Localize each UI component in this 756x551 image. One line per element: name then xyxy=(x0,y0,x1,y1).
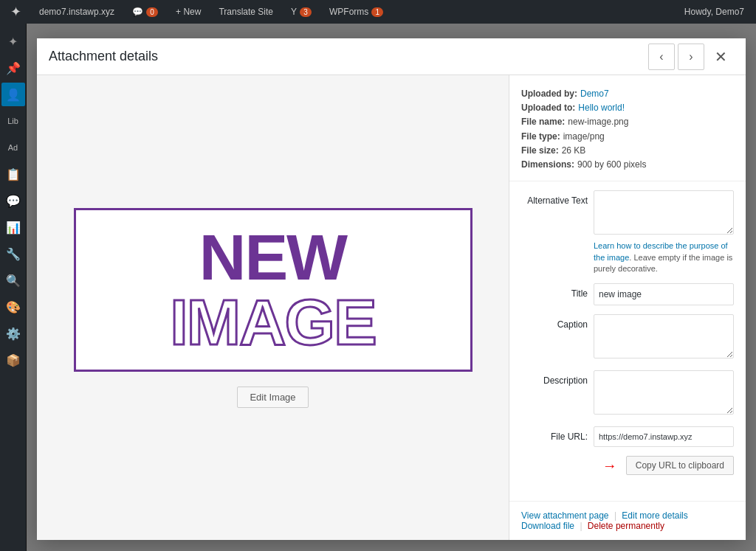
alt-text-wrap: Learn how to describe the purpose of the… xyxy=(594,190,734,274)
wp-logo-item[interactable]: ✦ xyxy=(6,0,26,24)
file-info-section: Uploaded by: Demo7 Uploaded to: Hello wo… xyxy=(509,75,746,181)
image-preview-panel: NEW IMAGE Edit Image xyxy=(37,75,509,540)
site-name: demo7.instawp.xyz xyxy=(39,7,114,17)
edit-more-details-link[interactable]: Edit more details xyxy=(622,510,687,521)
site-name-item[interactable]: demo7.instawp.xyz xyxy=(35,0,119,24)
uploaded-by-row: Uploaded by: Demo7 xyxy=(521,87,734,101)
yoast-badge: 3 xyxy=(300,7,312,17)
details-panel: Uploaded by: Demo7 Uploaded to: Hello wo… xyxy=(509,75,746,540)
yoast-item[interactable]: Y 3 xyxy=(286,0,316,24)
yoast-label: Y xyxy=(291,7,297,17)
title-label: Title xyxy=(521,283,588,300)
alt-text-hint: Learn how to describe the purpose of the… xyxy=(594,240,734,274)
modal-title: Attachment details xyxy=(49,49,645,64)
sidebar-icon-settings[interactable]: ⚙️ xyxy=(1,322,25,345)
uploaded-to-link[interactable]: Hello world! xyxy=(578,101,625,115)
view-attachment-link[interactable]: View attachment page xyxy=(521,510,609,521)
arrow-indicator: → xyxy=(521,457,620,474)
file-type-row: File type: image/png xyxy=(521,130,734,144)
file-type-value: image/png xyxy=(563,130,605,144)
alt-text-input[interactable] xyxy=(594,190,734,235)
file-name-value: new-image.png xyxy=(568,115,628,129)
caption-input[interactable] xyxy=(594,314,734,358)
sidebar-icon-pin[interactable]: 📌 xyxy=(1,56,25,80)
file-type-label: File type: xyxy=(521,130,560,144)
form-area: Alternative Text Learn how to describe t… xyxy=(509,181,746,501)
translate-label: Translate Site xyxy=(219,7,273,17)
alt-text-label: Alternative Text xyxy=(521,190,588,207)
new-item[interactable]: + New xyxy=(171,0,205,24)
uploaded-by-link[interactable]: Demo7 xyxy=(580,87,609,101)
dimensions-value: 900 by 600 pixels xyxy=(577,158,646,172)
modal-footer-links: View attachment page | Edit more details… xyxy=(509,501,746,540)
description-field: Description xyxy=(521,370,734,417)
admin-sidebar: ✦ 📌 👤 Lib Ad 📋 💬 📊 🔧 🔍 🎨 ⚙️ 📦 xyxy=(0,24,27,551)
caption-field: Caption xyxy=(521,314,734,361)
new-label: + New xyxy=(176,7,201,17)
modal-body: NEW IMAGE Edit Image Uploaded by: Dem xyxy=(37,75,746,540)
sidebar-icon-add[interactable]: Ad xyxy=(1,136,25,159)
copy-url-row: → Copy URL to clipboard xyxy=(521,456,734,475)
sidebar-icon-stats[interactable]: 📊 xyxy=(1,215,25,239)
sidebar-icon-user[interactable]: 👤 xyxy=(1,83,25,106)
description-input-wrap xyxy=(594,370,734,417)
wpforms-label: WPForms xyxy=(329,7,368,17)
uploaded-to-label: Uploaded to: xyxy=(521,101,575,115)
sep1: | xyxy=(614,510,616,521)
wpforms-item[interactable]: WPForms 1 xyxy=(325,0,388,24)
file-size-row: File size: 26 KB xyxy=(521,144,734,158)
title-field: Title xyxy=(521,283,734,305)
sidebar-icon-appearance[interactable]: 🎨 xyxy=(1,295,25,319)
translate-item[interactable]: Translate Site xyxy=(214,0,278,24)
caption-input-wrap xyxy=(594,314,734,361)
red-arrow-icon: → xyxy=(602,457,617,474)
description-input[interactable] xyxy=(594,370,734,415)
wpforms-badge: 1 xyxy=(371,7,383,17)
image-text-display: NEW IMAGE xyxy=(170,225,375,355)
wp-logo-icon: ✦ xyxy=(10,4,21,20)
next-attachment-button[interactable]: › xyxy=(678,44,704,70)
file-url-row: File URL: xyxy=(521,426,734,447)
download-file-link[interactable]: Download file xyxy=(521,521,574,531)
file-url-input[interactable] xyxy=(594,426,734,447)
comments-item[interactable]: 💬 0 xyxy=(128,0,162,24)
dimensions-label: Dimensions: xyxy=(521,158,574,172)
main-layout: ✦ 📌 👤 Lib Ad 📋 💬 📊 🔧 🔍 🎨 ⚙️ 📦 Attachment… xyxy=(0,24,756,551)
description-label: Description xyxy=(521,370,588,387)
admin-bar: ✦ demo7.instawp.xyz 💬 0 + New Translate … xyxy=(0,0,756,24)
file-name-label: File name: xyxy=(521,115,565,129)
sidebar-icon-library[interactable]: Lib xyxy=(1,109,25,133)
file-name-row: File name: new-image.png xyxy=(521,115,734,129)
copy-url-button[interactable]: Copy URL to clipboard xyxy=(626,456,734,475)
title-input-wrap xyxy=(594,283,734,305)
sidebar-icon-comments[interactable]: 💬 xyxy=(1,189,25,212)
sidebar-icon-pages[interactable]: 📋 xyxy=(1,162,25,186)
delete-permanently-link[interactable]: Delete permanently xyxy=(588,521,664,531)
comments-icon: 💬 xyxy=(132,7,143,17)
howdy-text: Howdy, Demo7 xyxy=(678,7,750,17)
image-line1: NEW xyxy=(199,225,346,290)
file-url-label: File URL: xyxy=(521,432,588,442)
caption-label: Caption xyxy=(521,314,588,331)
uploaded-by-label: Uploaded by: xyxy=(521,87,577,101)
image-line2: IMAGE xyxy=(170,290,375,355)
close-modal-button[interactable]: ✕ xyxy=(707,44,734,70)
image-preview-container: NEW IMAGE xyxy=(74,208,472,372)
dimensions-row: Dimensions: 900 by 600 pixels xyxy=(521,158,734,172)
sep2: | xyxy=(580,521,582,531)
comments-badge: 0 xyxy=(146,7,158,17)
sidebar-icon-search[interactable]: 🔍 xyxy=(1,268,25,292)
content-area: Attachment details ‹ › ✕ NEW IMAGE xyxy=(27,24,756,551)
edit-image-button[interactable]: Edit Image xyxy=(237,387,308,408)
modal-header: Attachment details ‹ › ✕ xyxy=(37,38,746,75)
sidebar-icon-wp[interactable]: ✦ xyxy=(1,30,25,53)
title-input[interactable] xyxy=(594,283,734,305)
alt-text-field: Alternative Text Learn how to describe t… xyxy=(521,190,734,274)
file-size-label: File size: xyxy=(521,144,559,158)
file-size-value: 26 KB xyxy=(562,144,586,158)
attachment-modal: Attachment details ‹ › ✕ NEW IMAGE xyxy=(37,38,746,540)
sidebar-icon-plugins[interactable]: 📦 xyxy=(1,348,25,372)
sidebar-icon-tools[interactable]: 🔧 xyxy=(1,242,25,266)
uploaded-to-row: Uploaded to: Hello world! xyxy=(521,101,734,115)
prev-attachment-button[interactable]: ‹ xyxy=(648,44,675,70)
